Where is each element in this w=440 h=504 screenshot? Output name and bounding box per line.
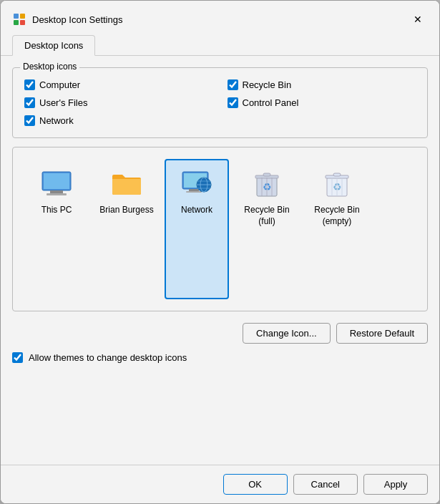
desktop-icons-group: Desktop icons Computer Recycle Bin User'… [12, 67, 428, 138]
control-checkbox[interactable] [228, 97, 238, 108]
desktop-icon-settings-dialog: Desktop Icon Settings ✕ Desktop Icons De… [0, 0, 440, 504]
icon-recycle-empty[interactable]: ♻ Recycle Bin (empty) [305, 159, 369, 299]
allow-themes-checkbox[interactable] [12, 352, 23, 363]
network-label: Network [39, 115, 74, 126]
checkboxes-grid: Computer Recycle Bin User's Files Contro… [24, 79, 416, 126]
recycle-label: Recycle Bin [243, 79, 292, 90]
svg-rect-11 [189, 189, 199, 191]
computer-checkbox[interactable] [24, 79, 35, 90]
svg-rect-2 [14, 20, 19, 25]
content-area: Desktop icons Computer Recycle Bin User'… [1, 56, 439, 465]
checkbox-control: Control Panel [228, 97, 416, 108]
svg-rect-1 [20, 14, 25, 19]
computer-label: Computer [39, 79, 80, 90]
icons-box: This PC Brian Burgess [12, 147, 428, 311]
svg-rect-7 [47, 193, 67, 195]
recycle-bin-empty-icon: ♻ [320, 166, 354, 200]
dialog-title: Desktop Icon Settings [32, 14, 122, 25]
allow-themes-label: Allow themes to change desktop icons [29, 352, 187, 363]
brian-burgess-icon [109, 166, 144, 200]
checkbox-network: Network [24, 115, 213, 126]
control-label: Control Panel [243, 97, 299, 108]
checkbox-users: User's Files [24, 97, 213, 108]
network-icon [180, 166, 214, 200]
this-pc-icon [39, 166, 74, 200]
checkbox-computer: Computer [24, 79, 213, 90]
recycle-bin-empty-label: Recycle Bin (empty) [309, 205, 365, 227]
svg-rect-3 [20, 20, 25, 25]
allow-themes-row: Allow themes to change desktop icons [12, 352, 428, 363]
footer: OK Cancel Apply [1, 465, 439, 503]
checkbox-recycle: Recycle Bin [228, 79, 416, 90]
recycle-bin-full-label: Recycle Bin (full) [239, 205, 295, 227]
svg-rect-12 [186, 191, 202, 193]
ok-button[interactable]: OK [223, 474, 288, 495]
recycle-checkbox[interactable] [228, 79, 238, 90]
icon-network[interactable]: Network [165, 159, 229, 299]
close-button[interactable]: ✕ [408, 9, 428, 29]
cancel-button[interactable]: Cancel [293, 474, 358, 495]
restore-default-button[interactable]: Restore Default [336, 323, 428, 344]
brian-burgess-label: Brian Burgess [99, 205, 153, 216]
dialog-title-icon [12, 12, 26, 26]
apply-button[interactable]: Apply [363, 474, 428, 495]
network-checkbox[interactable] [24, 115, 35, 126]
svg-rect-0 [14, 14, 19, 19]
icon-action-buttons: Change Icon... Restore Default [12, 323, 428, 344]
title-bar: Desktop Icon Settings ✕ [1, 1, 439, 35]
icon-this-pc[interactable]: This PC [24, 159, 89, 299]
group-label: Desktop icons [20, 62, 79, 72]
tab-desktop-icons[interactable]: Desktop Icons [12, 35, 95, 56]
change-icon-button[interactable]: Change Icon... [243, 323, 331, 344]
svg-rect-22 [263, 173, 270, 176]
recycle-bin-full-icon: ♻ [250, 166, 284, 200]
svg-rect-29 [333, 173, 341, 176]
this-pc-label: This PC [41, 205, 72, 216]
icon-recycle-full[interactable]: ♻ Recycle Bin (full) [235, 159, 299, 299]
tab-bar: Desktop Icons [1, 35, 439, 56]
title-bar-left: Desktop Icon Settings [12, 12, 122, 26]
network-label: Network [181, 205, 212, 216]
users-label: User's Files [39, 97, 88, 108]
svg-rect-8 [44, 173, 69, 189]
icon-brian-burgess[interactable]: Brian Burgess [94, 159, 159, 299]
svg-rect-6 [50, 190, 63, 193]
users-checkbox[interactable] [24, 97, 35, 108]
